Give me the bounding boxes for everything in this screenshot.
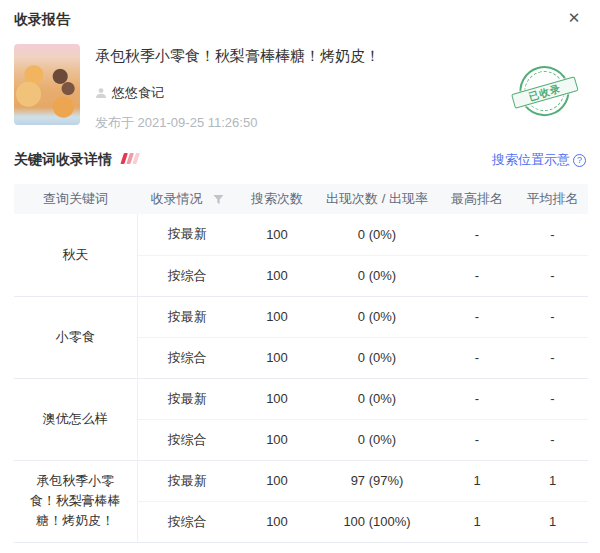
mode-cell: 按综合 xyxy=(137,501,237,542)
avg-rank-cell: - xyxy=(517,419,588,460)
best-rank-cell: 1 xyxy=(437,501,517,542)
table-header-row: 查询关键词 收录情况 搜索次数 出现次数 / 出现率 最高排名 平均排名 xyxy=(14,184,588,214)
col-header-avg-rank: 平均排名 xyxy=(517,184,588,214)
note-title: 承包秋季小零食！秋梨膏棒棒糖！烤奶皮！ xyxy=(95,46,496,66)
best-rank-cell: - xyxy=(437,255,517,296)
note-info: 承包秋季小零食！秋梨膏棒棒糖！烤奶皮！ 悠悠食记 发布于 2021-09-25 … xyxy=(95,46,496,132)
col-header-best-rank: 最高排名 xyxy=(437,184,517,214)
appearance-cell: 0 (0%) xyxy=(317,255,437,296)
searches-cell: 100 xyxy=(237,296,317,337)
appearance-cell: 97 (97%) xyxy=(317,460,437,501)
best-rank-cell: - xyxy=(437,214,517,255)
section-header: 关键词收录详情 搜索位置示意 ? xyxy=(14,150,586,170)
inclusion-report-modal: 收录报告 ✕ 承包秋季小零食！秋梨膏棒棒糖！烤奶皮！ 悠悠食记 发布于 2021… xyxy=(0,0,600,553)
avg-rank-cell: - xyxy=(517,378,588,419)
best-rank-cell: - xyxy=(437,296,517,337)
help-icon[interactable]: ? xyxy=(573,154,586,167)
modal-header: 收录报告 ✕ xyxy=(14,10,586,32)
hot-icon xyxy=(120,150,144,168)
note-author-row: 悠悠食记 xyxy=(95,84,496,102)
avg-rank-cell: 1 xyxy=(517,501,588,542)
appearance-cell: 0 (0%) xyxy=(317,337,437,378)
search-position-link-label: 搜索位置示意 xyxy=(492,151,570,169)
best-rank-cell: 1 xyxy=(437,460,517,501)
best-rank-cell: - xyxy=(437,378,517,419)
note-thumbnail xyxy=(14,44,80,125)
section-title: 关键词收录详情 xyxy=(14,151,112,169)
searches-cell: 100 xyxy=(237,419,317,460)
searches-cell: 100 xyxy=(237,337,317,378)
avg-rank-cell: - xyxy=(517,296,588,337)
searches-cell: 100 xyxy=(237,378,317,419)
search-position-link[interactable]: 搜索位置示意 ? xyxy=(492,151,586,169)
appearance-cell: 0 (0%) xyxy=(317,296,437,337)
mode-cell: 按最新 xyxy=(137,296,237,337)
avatar-icon xyxy=(95,87,107,99)
best-rank-cell: - xyxy=(437,337,517,378)
mode-cell: 按最新 xyxy=(137,214,237,255)
avg-rank-cell: - xyxy=(517,337,588,378)
filter-icon[interactable] xyxy=(213,194,224,205)
col-header-searches: 搜索次数 xyxy=(237,184,317,214)
col-header-keyword: 查询关键词 xyxy=(14,184,137,214)
keyword-cell: 澳优怎么样 xyxy=(14,378,137,460)
appearance-cell: 0 (0%) xyxy=(317,419,437,460)
note-publish-date: 发布于 2021-09-25 11:26:50 xyxy=(95,114,496,132)
table-row: 澳优怎么样 按最新 100 0 (0%) - - xyxy=(14,378,588,419)
best-rank-cell: - xyxy=(437,419,517,460)
keyword-table: 查询关键词 收录情况 搜索次数 出现次数 / 出现率 最高排名 平均排名 xyxy=(14,184,588,543)
appearance-cell: 0 (0%) xyxy=(317,378,437,419)
searches-cell: 100 xyxy=(237,214,317,255)
searches-cell: 100 xyxy=(237,255,317,296)
mode-cell: 按最新 xyxy=(137,460,237,501)
appearance-cell: 100 (100%) xyxy=(317,501,437,542)
keyword-cell: 秋天 xyxy=(14,214,137,296)
keyword-cell: 小零食 xyxy=(14,296,137,378)
avg-rank-cell: 1 xyxy=(517,460,588,501)
appearance-cell: 0 (0%) xyxy=(317,214,437,255)
close-icon[interactable]: ✕ xyxy=(564,8,584,28)
mode-cell: 按最新 xyxy=(137,378,237,419)
modal-title: 收录报告 xyxy=(14,11,70,27)
col-header-appearance: 出现次数 / 出现率 xyxy=(317,184,437,214)
mode-cell: 按综合 xyxy=(137,419,237,460)
table-row: 秋天 按最新 100 0 (0%) - - xyxy=(14,214,588,255)
mode-cell: 按综合 xyxy=(137,337,237,378)
note-author: 悠悠食记 xyxy=(112,84,164,102)
table-row: 承包秋季小零食！秋梨膏棒棒糖！烤奶皮！ 按最新 100 97 (97%) 1 1 xyxy=(14,460,588,501)
avg-rank-cell: - xyxy=(517,214,588,255)
col-header-mode: 收录情况 xyxy=(137,184,237,214)
searches-cell: 100 xyxy=(237,501,317,542)
col-header-mode-label: 收录情况 xyxy=(151,190,203,208)
table-row: 小零食 按最新 100 0 (0%) - - xyxy=(14,296,588,337)
keyword-cell: 承包秋季小零食！秋梨膏棒棒糖！烤奶皮！ xyxy=(14,460,137,542)
searches-cell: 100 xyxy=(237,460,317,501)
note-summary: 承包秋季小零食！秋梨膏棒棒糖！烤奶皮！ 悠悠食记 发布于 2021-09-25 … xyxy=(14,44,586,126)
avg-rank-cell: - xyxy=(517,255,588,296)
mode-cell: 按综合 xyxy=(137,255,237,296)
included-stamp: 已收录 xyxy=(509,57,581,129)
